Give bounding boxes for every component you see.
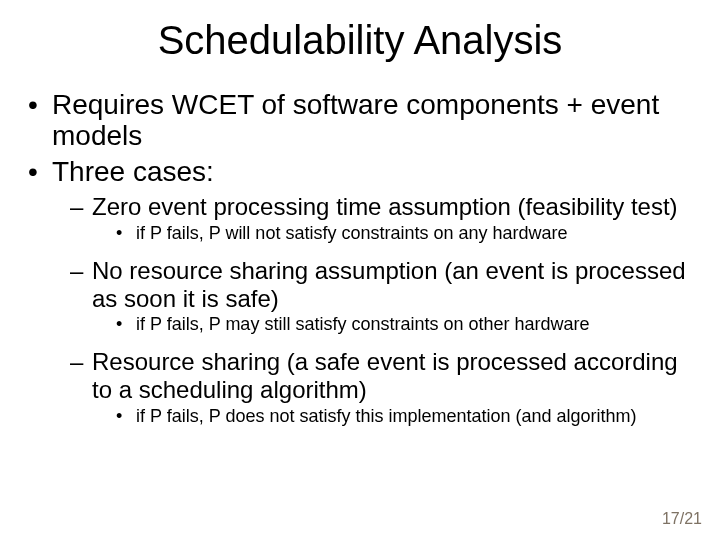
slide: Schedulability Analysis Requires WCET of… <box>0 0 720 540</box>
case-zero-event-note: if P fails, P will not satisfy constrain… <box>136 221 704 245</box>
case-zero-event: Zero event processing time assumption (f… <box>92 193 710 245</box>
bullet-list-level1: Requires WCET of software components + e… <box>0 89 720 428</box>
bullet-three-cases-text: Three cases: <box>52 156 214 187</box>
bullet-list-level3: if P fails, P will not satisfy constrain… <box>92 221 704 245</box>
page-number: 17/21 <box>662 510 702 528</box>
case-resource-sharing: Resource sharing (a safe event is proces… <box>92 348 710 427</box>
case-resource-sharing-note: if P fails, P does not satisfy this impl… <box>136 404 704 428</box>
case-no-resource-sharing-text: No resource sharing assumption (an event… <box>92 257 686 312</box>
bullet-requires: Requires WCET of software components + e… <box>52 89 720 152</box>
slide-title: Schedulability Analysis <box>0 18 720 63</box>
case-no-resource-sharing: No resource sharing assumption (an event… <box>92 257 710 336</box>
bullet-list-level3: if P fails, P does not satisfy this impl… <box>92 404 704 428</box>
bullet-list-level3: if P fails, P may still satisfy constrai… <box>92 312 704 336</box>
bullet-three-cases: Three cases: Zero event processing time … <box>52 156 720 428</box>
case-resource-sharing-text: Resource sharing (a safe event is proces… <box>92 348 678 403</box>
case-zero-event-text: Zero event processing time assumption (f… <box>92 193 678 220</box>
case-no-resource-sharing-note: if P fails, P may still satisfy constrai… <box>136 312 704 336</box>
bullet-list-level2: Zero event processing time assumption (f… <box>52 193 710 428</box>
